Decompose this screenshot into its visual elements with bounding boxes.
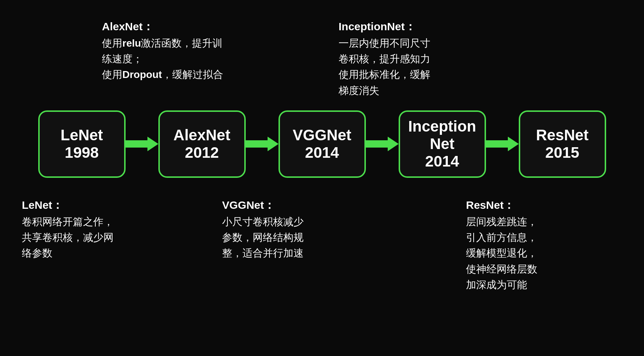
vggnet-year: 2014	[305, 144, 339, 161]
lenet-body: 卷积网络开篇之作，共享卷积核，减少网络参数	[22, 214, 160, 261]
vggnet-box: VGGNet 2014	[278, 110, 366, 178]
lenet-box: LeNet 1998	[38, 110, 126, 178]
top-annotations: AlexNet： 使用relu激活函数，提升训练速度；使用Dropout，缓解过…	[22, 11, 622, 106]
inceptionnet-name: InceptionNet	[408, 118, 476, 153]
vggnet-body: 小尺寸卷积核减少参数，网络结构规整，适合并行加速	[222, 214, 360, 261]
alexnet-title: AlexNet：	[102, 18, 255, 35]
resnet-year: 2015	[545, 144, 579, 161]
svg-marker-3	[486, 137, 519, 151]
inceptionnet-year: 2014	[425, 153, 459, 170]
annotation-alexnet: AlexNet： 使用relu激活函数，提升训练速度；使用Dropout，缓解过…	[102, 18, 255, 83]
inceptionnet-body: 一层内使用不同尺寸卷积核，提升感知力使用批标准化，缓解梯度消失	[339, 35, 491, 99]
annotation-lenet: LeNet： 卷积网络开篇之作，共享卷积核，减少网络参数	[22, 197, 160, 261]
bottom-annotations: LeNet： 卷积网络开篇之作，共享卷积核，减少网络参数 VGGNet： 小尺寸…	[22, 186, 622, 299]
alexnet-body: 使用relu激活函数，提升训练速度；使用Dropout，缓解过拟合	[102, 35, 255, 83]
svg-marker-1	[246, 137, 278, 151]
svg-marker-2	[366, 137, 399, 151]
alexnet-box: AlexNet 2012	[158, 110, 246, 178]
vggnet-title: VGGNet：	[222, 197, 360, 214]
annotation-vggnet: VGGNet： 小尺寸卷积核减少参数，网络结构规整，适合并行加速	[222, 197, 360, 261]
alexnet-name: AlexNet	[173, 126, 230, 144]
flow-row: LeNet 1998 AlexNet 2012 VGGNet 2014	[22, 106, 622, 182]
resnet-name: ResNet	[536, 126, 589, 144]
page-container: AlexNet： 使用relu激活函数，提升训练速度；使用Dropout，缓解过…	[0, 0, 644, 356]
resnet-body: 层间残差跳连，引入前方信息，缓解模型退化，使神经网络层数加深成为可能	[466, 214, 630, 293]
arrow-1	[126, 135, 158, 153]
arrow-2	[246, 135, 278, 153]
annotation-resnet: ResNet： 层间残差跳连，引入前方信息，缓解模型退化，使神经网络层数加深成为…	[466, 197, 630, 293]
svg-marker-0	[126, 137, 158, 151]
lenet-year: 1998	[65, 144, 99, 161]
arrow-3	[366, 135, 399, 153]
lenet-name: LeNet	[60, 126, 103, 144]
resnet-title: ResNet：	[466, 197, 630, 214]
annotation-inceptionnet: InceptionNet： 一层内使用不同尺寸卷积核，提升感知力使用批标准化，缓…	[339, 18, 491, 98]
inceptionnet-box: InceptionNet 2014	[399, 110, 486, 178]
lenet-title: LeNet：	[22, 197, 160, 214]
alexnet-year: 2012	[185, 144, 219, 161]
resnet-box: ResNet 2015	[519, 110, 606, 178]
inceptionnet-title: InceptionNet：	[339, 18, 491, 35]
vggnet-name: VGGNet	[293, 126, 351, 144]
arrow-4	[486, 135, 519, 153]
